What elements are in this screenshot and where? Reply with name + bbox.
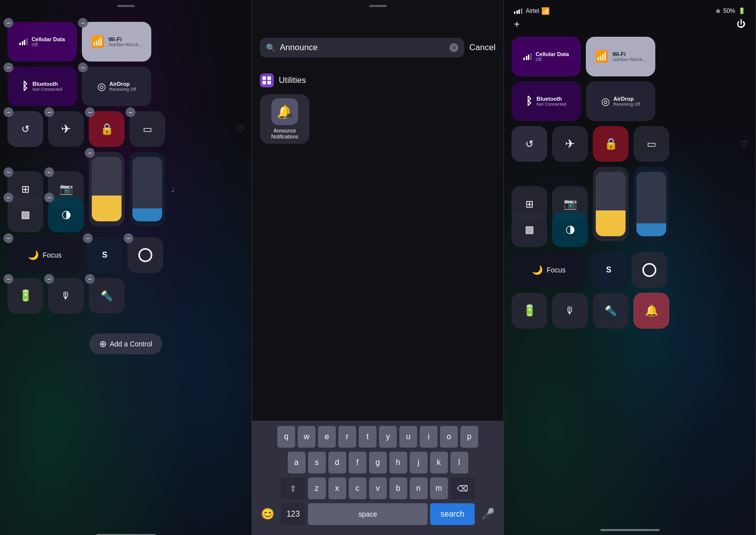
key-r[interactable]: r [338,426,356,448]
lock-tile-wrapper: − 🔒 [89,111,125,147]
bt-minus[interactable]: − [3,63,13,72]
key-i[interactable]: i [420,426,438,448]
p3-bluetooth-tile[interactable]: ᛒ Bluetooth Not Connected [511,81,581,121]
key-g[interactable]: g [369,452,387,473]
key-x[interactable]: x [328,477,346,499]
p3-airdrop-tile[interactable]: ◎ AirDrop Receiving Off [586,81,655,121]
search-input-wrapper[interactable]: 🔍 ✕ [260,38,464,58]
focus-minus[interactable]: − [3,233,13,243]
darkmode-minus[interactable]: − [44,193,54,202]
key-k[interactable]: k [430,452,448,473]
p3-rotation-tile[interactable]: ↺ [511,126,547,162]
p3-wifi-tile[interactable]: 📶 Wi-Fi JioFiber-R6C4I... [586,37,655,76]
mirror-minus[interactable]: − [126,107,135,117]
power-icon[interactable]: ⏻ [737,19,746,30]
darkmode-tile[interactable]: ◑ [48,197,84,232]
search-key[interactable]: search [430,503,475,525]
shift-key[interactable]: ⇧ [281,477,306,499]
key-n[interactable]: n [410,477,428,499]
key-z[interactable]: z [308,477,326,499]
battery-tile[interactable]: 🔋 [7,278,43,314]
p3-brightness-tile[interactable] [593,167,629,241]
airplane-minus[interactable]: − [44,107,54,117]
voice-tile[interactable]: 🎙 [48,278,84,314]
camera-minus[interactable]: − [44,167,54,177]
key-q[interactable]: q [277,426,295,448]
num-key[interactable]: 123 [281,503,306,525]
brightness-minus[interactable]: − [85,148,95,158]
rotation-lock-tile[interactable]: ↺ [7,111,43,147]
p3-focus-tile[interactable]: 🌙 Focus [511,252,586,288]
key-d[interactable]: d [328,452,346,473]
wifi-minus[interactable]: − [78,18,88,28]
flashlight-tile[interactable]: 🔦 [89,278,125,314]
p3-voice-tile[interactable]: 🎙 [552,293,588,329]
p3-lock-tile[interactable]: 🔒 [593,126,629,162]
p3-record-tile[interactable] [631,252,667,288]
voice-minus[interactable]: − [44,274,54,284]
backspace-key[interactable]: ⌫ [450,477,475,499]
key-s[interactable]: s [308,452,326,473]
key-m[interactable]: m [430,477,448,499]
space-key[interactable]: space [308,503,428,525]
p3-announce-tile[interactable]: 🔔 [633,293,669,329]
airplane-tile[interactable]: ✈ [48,111,84,147]
key-t[interactable]: t [359,426,377,448]
key-e[interactable]: e [318,426,336,448]
key-l[interactable]: l [450,452,468,473]
wifi-tile[interactable]: 📶 Wi-Fi JioFiber-R6C4I... [82,22,151,62]
cellular-minus[interactable]: − [3,18,13,28]
record-tile[interactable] [127,237,163,273]
key-w[interactable]: w [298,426,315,448]
p3-airplane-tile[interactable]: ✈ [552,126,588,162]
announce-notifications-tile[interactable]: 🔔 ⬛ AnnounceNotifications [260,94,310,144]
p3-battery-tile[interactable]: 🔋 [511,293,547,329]
p3-darkmode-tile[interactable]: ◑ [552,211,588,247]
cellular-tile[interactable]: Cellular Data Off [7,22,77,62]
record-minus[interactable]: − [124,233,133,243]
emoji-key[interactable]: 😊 [257,504,278,525]
key-b[interactable]: b [389,477,407,499]
volume-tile[interactable] [129,152,165,226]
clear-search-icon[interactable]: ✕ [449,43,458,52]
focus-tile[interactable]: 🌙 Focus [7,237,82,273]
p3-shazam-tile[interactable]: S [591,252,627,288]
shazam-minus[interactable]: − [83,233,93,243]
key-u[interactable]: u [399,426,417,448]
shazam-tile[interactable]: S [87,237,123,273]
cancel-button[interactable]: Cancel [469,43,496,53]
lock-minus[interactable]: − [85,107,95,117]
add-control-button[interactable]: ⊕ Add a Control [89,334,162,354]
p3-qr-tile[interactable]: ▩ [511,211,547,247]
qr-tile[interactable]: ▩ [7,197,43,232]
lock-tile[interactable]: 🔒 [89,111,125,147]
key-h[interactable]: h [389,452,407,473]
calc-minus[interactable]: − [3,167,13,177]
key-a[interactable]: a [288,452,306,473]
key-p[interactable]: p [460,426,478,448]
bluetooth-tile[interactable]: ᛒ Bluetooth Not Connected [7,67,77,106]
brightness-tile[interactable] [89,152,125,226]
airdrop-tile[interactable]: ◎ AirDrop Receiving Off [82,67,151,106]
airdrop-minus[interactable]: − [78,63,88,72]
key-j[interactable]: j [410,452,428,473]
p3-flashlight-icon: 🔦 [605,305,617,317]
rotation-minus[interactable]: − [3,107,13,117]
mirror-tile[interactable]: ▭ [129,111,165,147]
key-o[interactable]: o [440,426,458,448]
mic-key[interactable]: 🎤 [477,504,499,525]
add-plus-icon[interactable]: + [514,19,520,30]
p3-flashlight-tile[interactable]: 🔦 [593,293,629,329]
key-v[interactable]: v [369,477,387,499]
p3-cellular-tile[interactable]: Cellular Data Off [511,37,581,76]
p3-volume-tile[interactable] [633,167,669,241]
qr-minus[interactable]: − [3,193,13,202]
key-f[interactable]: f [349,452,367,473]
battery-minus[interactable]: − [3,274,13,284]
cellular-tile-wrapper: − Cellular Data Off [7,22,77,62]
flashlight-minus[interactable]: − [85,274,95,284]
key-y[interactable]: y [379,426,397,448]
search-input[interactable] [280,43,445,53]
p3-mirror-tile[interactable]: ▭ [633,126,669,162]
key-c[interactable]: c [349,477,367,499]
